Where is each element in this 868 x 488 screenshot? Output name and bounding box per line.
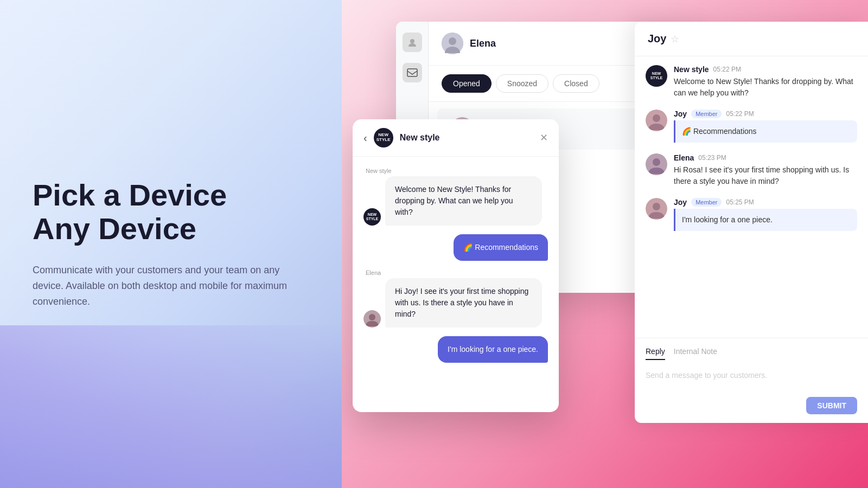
ap-sender-brand: New style	[674, 65, 709, 74]
ap-time-1: 05:22 PM	[713, 66, 741, 73]
back-button[interactable]: ‹	[363, 132, 367, 144]
message-1: New style NEWSTYLE Welcome to New Style!…	[363, 168, 548, 226]
ap-time-2: 05:22 PM	[726, 110, 754, 118]
brand-avatar: NEWSTYLE	[646, 65, 667, 87]
tab-opened[interactable]: Opened	[442, 74, 492, 93]
sidebar-icon-inbox[interactable]	[403, 63, 422, 82]
msg-bubble-user1: 🌈 Recommendations	[454, 234, 548, 261]
ap-msg-1: NEWSTYLE New style 05:22 PM Welcome to N…	[646, 65, 857, 99]
ap-text-1: Welcome to New Style! Thanks for droppin…	[674, 76, 857, 99]
ap-msg-4: Joy Member 05:25 PM I'm looking for a on…	[646, 198, 857, 231]
dp-contact-avatar	[442, 33, 463, 54]
star-icon[interactable]: ☆	[671, 33, 679, 45]
joy-avatar-2	[646, 198, 667, 220]
mobile-chat-panel: ‹ NEWSTYLE New style ✕ New style NEWSTYL…	[353, 119, 559, 412]
svg-point-13	[653, 203, 660, 210]
tab-snoozed[interactable]: Snoozed	[496, 74, 548, 93]
hero-subtitle: Communicate with your customers and your…	[33, 262, 293, 309]
tab-reply[interactable]: Reply	[646, 347, 665, 360]
close-icon[interactable]: ✕	[540, 132, 548, 144]
ap-text-2: 🌈 Recommendations	[674, 120, 857, 143]
msg-bubble-elena: Hi Joy! I see it's your first time shopp…	[385, 278, 542, 328]
ap-time-4: 05:25 PM	[726, 198, 754, 206]
ap-contact-name: Joy	[648, 33, 666, 45]
elena-avatar	[646, 153, 667, 175]
message-4: I'm looking for a one piece.	[363, 336, 548, 363]
ap-messages: NEWSTYLE New style 05:22 PM Welcome to N…	[635, 56, 868, 338]
agent-panel: Joy ☆ NEWSTYLE New style 05:22 PM Welcom…	[635, 22, 868, 423]
svg-point-9	[653, 114, 660, 122]
svg-point-3	[449, 37, 456, 45]
joy-avatar-1	[646, 110, 667, 131]
ap-time-3: 05:23 PM	[698, 154, 726, 162]
brand-logo: NEWSTYLE	[374, 128, 393, 147]
chat-title: New style	[400, 133, 533, 143]
hero-title: Pick a Device Any Device	[33, 178, 293, 245]
submit-button[interactable]: SUBMIT	[806, 397, 857, 414]
mp-header: ‹ NEWSTYLE New style ✕	[353, 119, 559, 157]
ap-sender-joy1: Joy	[674, 110, 687, 118]
ap-msg-3: Elena 05:23 PM Hi Rosa! I see it's your …	[646, 153, 857, 187]
sidebar-icon-avatar	[403, 33, 422, 52]
left-content: Pick a Device Any Device Communicate wit…	[33, 178, 293, 310]
svg-point-11	[653, 158, 660, 166]
msg-sender-elena-label: Elena	[363, 269, 548, 276]
ap-reply-tabs: Reply Internal Note	[646, 347, 857, 360]
dp-contact-name: Elena	[470, 38, 496, 49]
right-section: Elena Opened Snoozed Closed	[342, 0, 868, 488]
msg-bubble-user2: I'm looking for a one piece.	[438, 336, 548, 363]
ap-text-3: Hi Rosa! I see it's your first time shop…	[674, 164, 857, 187]
ap-text-4: I'm looking for a one piece.	[674, 209, 857, 231]
ap-sender-joy2: Joy	[674, 198, 687, 207]
mp-messages: New style NEWSTYLE Welcome to New Style!…	[353, 157, 559, 412]
svg-rect-1	[407, 69, 417, 76]
message-2: 🌈 Recommendations	[363, 234, 548, 261]
submit-area: SUBMIT	[646, 397, 857, 414]
member-badge-1: Member	[691, 110, 722, 118]
elena-avatar-small	[363, 310, 381, 328]
reply-input-placeholder[interactable]: Send a message to your customers.	[646, 367, 857, 393]
msg-bubble-agent1: Welcome to New Style! Thanks for droppin…	[385, 176, 542, 226]
svg-point-0	[410, 39, 414, 43]
hero-title-line1: Pick a Device	[33, 178, 227, 212]
hero-title-line2: Any Device	[33, 211, 196, 246]
left-section: Pick a Device Any Device Communicate wit…	[0, 0, 342, 488]
member-badge-2: Member	[691, 198, 722, 207]
ap-msg-2: Joy Member 05:22 PM 🌈 Recommendations	[646, 110, 857, 143]
ap-reply-area: Reply Internal Note Send a message to yo…	[635, 338, 868, 423]
ap-header: Joy ☆	[635, 22, 868, 56]
message-3: Elena Hi Joy! I see it's your first time…	[363, 269, 548, 328]
svg-point-7	[369, 314, 375, 320]
ap-sender-elena: Elena	[674, 153, 694, 162]
msg-sender-label: New style	[363, 168, 548, 174]
tab-closed[interactable]: Closed	[553, 74, 599, 93]
brand-avatar-small: NEWSTYLE	[363, 208, 381, 226]
tab-internal-note[interactable]: Internal Note	[674, 347, 717, 360]
